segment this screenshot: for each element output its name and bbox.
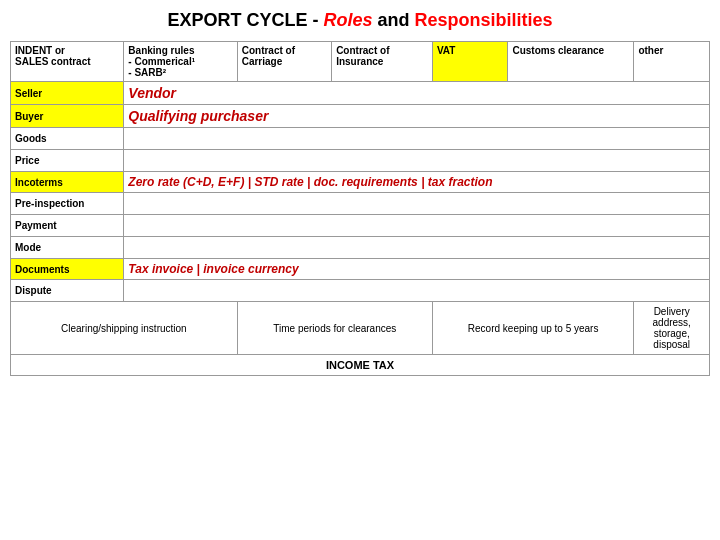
label-seller: Seller (11, 82, 124, 105)
label-dispute: Dispute (11, 280, 124, 302)
label-buyer: Buyer (11, 105, 124, 128)
content-incoterms: Zero rate (C+D, E+F) | STD rate | doc. r… (124, 172, 710, 193)
content-buyer: Qualifying purchaser (124, 105, 710, 128)
row-seller: Seller Vendor (11, 82, 710, 105)
title-roles: Roles (323, 10, 372, 30)
row-price: Price (11, 150, 710, 172)
label-pre-inspection: Pre-inspection (11, 193, 124, 215)
main-table: INDENT orSALES contract Banking rules- C… (10, 41, 710, 376)
documents-text: Tax invoice | invoice currency (128, 262, 298, 276)
row-incoterms: Incoterms Zero rate (C+D, E+F) | STD rat… (11, 172, 710, 193)
header-indent: INDENT orSALES contract (11, 42, 124, 82)
header-banking: Banking rules- Commerical¹- SARB² (124, 42, 237, 82)
bottom-delivery: Delivery address, storage,disposal (634, 302, 710, 355)
content-goods (124, 128, 710, 150)
bottom-row: Clearing/shipping instruction Time perio… (11, 302, 710, 355)
title-prefix: EXPORT CYCLE - (167, 10, 323, 30)
content-mode (124, 237, 710, 259)
header-other: other (634, 42, 710, 82)
label-incoterms: Incoterms (11, 172, 124, 193)
content-payment (124, 215, 710, 237)
label-mode: Mode (11, 237, 124, 259)
label-documents: Documents (11, 259, 124, 280)
row-dispute: Dispute (11, 280, 710, 302)
header-vat: VAT (432, 42, 508, 82)
header-customs: Customs clearance (508, 42, 634, 82)
header-row: INDENT orSALES contract Banking rules- C… (11, 42, 710, 82)
vendor-text: Vendor (128, 85, 176, 101)
content-documents: Tax invoice | invoice currency (124, 259, 710, 280)
label-payment: Payment (11, 215, 124, 237)
row-mode: Mode (11, 237, 710, 259)
content-price (124, 150, 710, 172)
title-responsibilities: Responsibilities (415, 10, 553, 30)
label-goods: Goods (11, 128, 124, 150)
incoterms-text: Zero rate (C+D, E+F) | STD rate | doc. r… (128, 175, 492, 189)
label-price: Price (11, 150, 124, 172)
title-and: and (372, 10, 414, 30)
row-documents: Documents Tax invoice | invoice currency (11, 259, 710, 280)
page-title: EXPORT CYCLE - Roles and Responsibilitie… (167, 10, 552, 31)
header-carriage: Contract ofCarriage (237, 42, 331, 82)
row-payment: Payment (11, 215, 710, 237)
header-insurance: Contract ofInsurance (332, 42, 433, 82)
content-pre-inspection (124, 193, 710, 215)
bottom-record-keeping: Record keeping up to 5 years (432, 302, 634, 355)
income-tax-label: INCOME TAX (11, 355, 710, 376)
row-buyer: Buyer Qualifying purchaser (11, 105, 710, 128)
row-goods: Goods (11, 128, 710, 150)
content-seller: Vendor (124, 82, 710, 105)
content-dispute (124, 280, 710, 302)
bottom-time-periods: Time periods for clearances (237, 302, 432, 355)
bottom-clearing: Clearing/shipping instruction (11, 302, 238, 355)
qualifying-text: Qualifying purchaser (128, 108, 268, 124)
income-tax-row: INCOME TAX (11, 355, 710, 376)
row-pre-inspection: Pre-inspection (11, 193, 710, 215)
